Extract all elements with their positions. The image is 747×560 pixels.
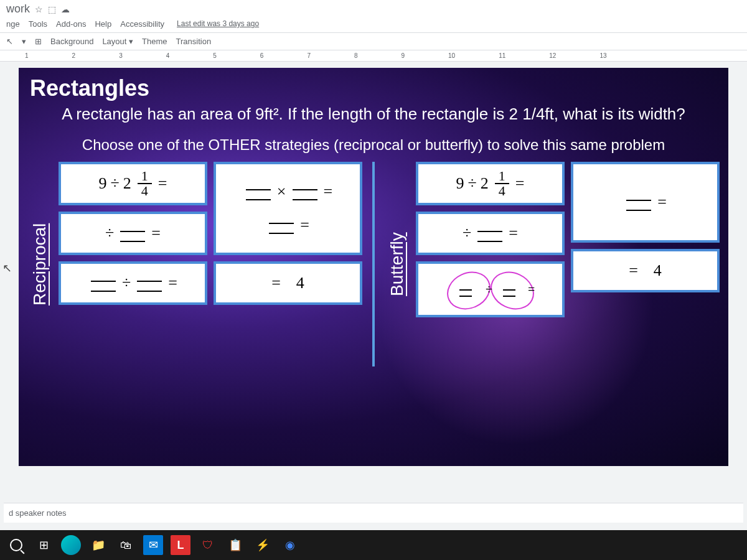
toolbar: ↖ ▾ ⊞ Background Layout ▾ Theme Transiti… bbox=[0, 32, 747, 50]
app-l-icon[interactable]: L bbox=[171, 535, 190, 555]
bfly-box-4[interactable]: = bbox=[571, 162, 720, 243]
text: = bbox=[515, 174, 525, 193]
theme-button[interactable]: Theme bbox=[142, 37, 167, 46]
bolt-icon[interactable]: ⚡ bbox=[253, 535, 273, 555]
text: 9 bbox=[99, 174, 107, 193]
doc-title: work bbox=[6, 2, 30, 16]
ruler-tick: 8 bbox=[354, 52, 358, 59]
text: 2 bbox=[123, 174, 131, 193]
recip-box-2[interactable]: ÷ = bbox=[59, 212, 207, 255]
search-icon[interactable] bbox=[6, 535, 26, 555]
menu-tools[interactable]: Tools bbox=[29, 19, 47, 29]
transition-button[interactable]: Transition bbox=[176, 37, 212, 46]
store-icon[interactable]: 🛍 bbox=[116, 535, 136, 555]
text: ÷ bbox=[111, 174, 120, 193]
slide-title[interactable]: Rectangles bbox=[19, 68, 728, 101]
text: ÷ bbox=[468, 174, 477, 193]
butterfly-label[interactable]: Butterfly bbox=[385, 162, 410, 366]
recip-box-3[interactable]: ÷ = bbox=[59, 261, 207, 305]
text: = bbox=[509, 224, 518, 243]
speaker-notes[interactable]: d speaker notes bbox=[4, 503, 743, 523]
recip-box-result[interactable]: = 4 bbox=[214, 261, 362, 305]
text: = bbox=[168, 274, 177, 292]
text: ÷ bbox=[463, 224, 471, 243]
ruler-tick: 11 bbox=[499, 52, 505, 59]
text: = bbox=[158, 174, 167, 193]
text: = bbox=[151, 224, 161, 243]
cursor-icon: ↖ bbox=[2, 261, 12, 275]
text: 4 bbox=[138, 184, 152, 198]
ruler-tick: 2 bbox=[72, 52, 76, 59]
menu-help[interactable]: Help bbox=[95, 19, 111, 29]
text: = bbox=[300, 216, 309, 235]
ruler: 1 2 3 4 5 6 7 8 9 10 11 12 13 bbox=[0, 50, 747, 62]
text: 1 bbox=[138, 169, 152, 184]
taskview-icon[interactable]: ⊞ bbox=[34, 535, 54, 555]
butterfly-diagram-icon: ÷ = bbox=[441, 269, 540, 312]
dropdown-icon[interactable]: ▾ bbox=[22, 37, 26, 46]
svg-text:÷: ÷ bbox=[486, 282, 492, 296]
recip-box-expr[interactable]: 9 ÷ 2 14 = bbox=[59, 162, 207, 205]
svg-text:=: = bbox=[528, 282, 535, 296]
ruler-tick: 6 bbox=[260, 52, 264, 59]
last-edit-link[interactable]: Last edit was 3 days ago bbox=[177, 19, 259, 29]
ruler-tick: 9 bbox=[402, 52, 405, 59]
text: 4 bbox=[654, 261, 662, 280]
text: 1 bbox=[495, 169, 509, 184]
explorer-icon[interactable]: 📁 bbox=[88, 535, 108, 555]
reciprocal-label[interactable]: Reciprocal bbox=[27, 162, 52, 366]
layout-button[interactable]: Layout ▾ bbox=[102, 37, 133, 46]
text: × bbox=[277, 182, 286, 201]
background-button[interactable]: Background bbox=[50, 37, 93, 46]
ruler-tick: 1 bbox=[25, 52, 29, 59]
text: 2 bbox=[481, 174, 489, 193]
recip-box-4[interactable]: × = = bbox=[214, 162, 362, 255]
edge-icon[interactable] bbox=[61, 535, 81, 555]
note-icon[interactable]: 📋 bbox=[225, 535, 245, 555]
text: ÷ bbox=[105, 224, 114, 243]
slide-instruction[interactable]: Choose one of the OTHER strategies (reci… bbox=[19, 128, 728, 157]
star-icon[interactable]: ☆ bbox=[35, 4, 43, 14]
bfly-box-result[interactable]: = 4 bbox=[571, 249, 720, 292]
ruler-tick: 3 bbox=[119, 52, 123, 59]
menu-accessibility[interactable]: Accessibility bbox=[120, 19, 164, 29]
bfly-box-expr[interactable]: 9 ÷ 2 14 = bbox=[416, 162, 565, 205]
ruler-tick: 4 bbox=[166, 52, 170, 59]
windows-taskbar: ⊞ 📁 🛍 ✉ L 🛡 📋 ⚡ ◉ bbox=[0, 530, 747, 560]
slide-subtitle[interactable]: A rectangle has an area of 9ft². If the … bbox=[19, 101, 728, 128]
text: = bbox=[271, 274, 281, 292]
slide-canvas[interactable]: Rectangles A rectangle has an area of 9f… bbox=[19, 68, 728, 466]
divider bbox=[372, 162, 375, 366]
ruler-tick: 10 bbox=[448, 52, 455, 59]
ruler-tick: 5 bbox=[213, 52, 217, 59]
select-tool-icon[interactable]: ↖ bbox=[6, 37, 13, 46]
ruler-tick: 12 bbox=[549, 52, 556, 59]
text: 4 bbox=[296, 274, 304, 292]
text: 9 bbox=[456, 174, 464, 193]
ruler-tick: 13 bbox=[599, 52, 606, 59]
text: ÷ bbox=[122, 274, 131, 292]
text: 4 bbox=[495, 184, 509, 198]
textbox-icon[interactable]: ⊞ bbox=[35, 37, 42, 46]
text: = bbox=[324, 182, 333, 201]
shield-icon[interactable]: 🛡 bbox=[198, 535, 218, 555]
move-icon[interactable]: ⬚ bbox=[48, 4, 56, 14]
mail-icon[interactable]: ✉ bbox=[143, 535, 163, 555]
text: = bbox=[629, 261, 638, 280]
ruler-tick: 7 bbox=[307, 52, 311, 59]
bfly-box-diagram[interactable]: ÷ = bbox=[416, 261, 565, 317]
text: = bbox=[657, 193, 667, 212]
menu-addons[interactable]: Add-ons bbox=[56, 19, 86, 29]
chrome-icon[interactable]: ◉ bbox=[280, 535, 300, 555]
cloud-icon[interactable]: ☁ bbox=[61, 4, 70, 14]
bfly-box-2[interactable]: ÷ = bbox=[416, 212, 565, 255]
menu-arrange[interactable]: nge bbox=[6, 19, 20, 29]
